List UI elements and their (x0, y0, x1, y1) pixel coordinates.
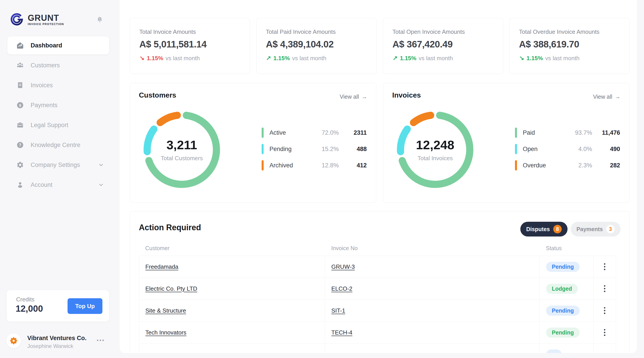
invoices-panel-title: Invoices (392, 91, 421, 99)
status-badge: Pending (546, 306, 580, 316)
customers-panel: Customers View all → 3,211 Total Custome… (130, 83, 376, 202)
invoice-no-cell (325, 343, 540, 353)
actions-cell (594, 343, 616, 353)
settings-icon (16, 161, 24, 169)
customer-link[interactable]: Tech Innovators (145, 329, 186, 336)
svg-text:?: ? (19, 143, 21, 147)
status-cell (540, 343, 594, 353)
action-required-title: Action Required (139, 223, 201, 232)
view-all-label: View all (340, 94, 359, 100)
status-badge (546, 349, 562, 353)
legend-row-overdue: Overdue2.3%282 (515, 160, 620, 171)
sidebar-item-label: Invoices (31, 82, 53, 89)
customer-link[interactable]: Site & Structure (145, 307, 186, 314)
legend-value: 412 (339, 162, 367, 169)
sidebar-item-label: Customers (31, 62, 60, 69)
credits-value: 12,000 (16, 304, 43, 314)
invoices-donut-chart: 12,248 Total Invoices (393, 107, 478, 192)
invoices-icon (16, 82, 24, 89)
sidebar-item-dashboard[interactable]: Dashboard (8, 37, 109, 54)
stat-value: A$ 388,619.70 (519, 39, 630, 50)
profile-user-name: Josephine Warwick (27, 343, 73, 349)
sidebar-item-label: Dashboard (31, 42, 62, 49)
invoice-no-cell: SIT-1 (325, 300, 540, 321)
status-badge: Pending (546, 327, 580, 338)
customers-view-all-link[interactable]: View all → (340, 94, 367, 100)
invoices-legend: Paid93.7%11,476Open4.0%490Overdue2.3%282 (515, 127, 620, 176)
legend-value: 282 (592, 162, 620, 169)
stat-title: Total Open Invoice Amounts (392, 29, 503, 35)
sidebar-item-label: Account (31, 181, 52, 188)
top-up-button[interactable]: Top Up (68, 298, 102, 314)
legend-percent: 72.0% (322, 129, 339, 136)
customer-link[interactable]: Freedamada (145, 263, 178, 270)
sidebar-item-knowledge-centre[interactable]: ?Knowledge Centre (8, 136, 109, 154)
customers-total-value: 3,211 (166, 138, 197, 152)
legend-percent: 93.7% (575, 129, 592, 136)
brand-tagline: INVOICE PROTECTION (28, 23, 64, 26)
tab-count-badge: 3 (606, 225, 615, 233)
kebab-menu-icon[interactable] (604, 285, 606, 292)
more-options-icon[interactable] (96, 338, 104, 342)
invoice-link[interactable]: ELCO-2 (332, 285, 352, 292)
legend-color-bar (515, 160, 517, 171)
trend-percent: 1.15% (526, 55, 543, 62)
trend-caption: vs last month (418, 55, 453, 62)
sidebar-item-company-settings[interactable]: Company Settings (8, 156, 109, 174)
tab-label: Payments (576, 226, 603, 232)
trend-caption: vs last month (545, 55, 580, 62)
legend-color-bar (515, 144, 517, 154)
trend-up-icon: ↗ (266, 55, 271, 62)
sidebar-item-payments[interactable]: $Payments (8, 96, 109, 114)
chevron-down-icon (98, 162, 104, 168)
legend-color-bar (262, 144, 264, 154)
sidebar-item-account[interactable]: Account (8, 176, 109, 194)
customer-link[interactable]: Electric Co. Pty LTD (145, 285, 197, 292)
customers-panel-title: Customers (139, 91, 176, 99)
legend-value: 490 (592, 146, 620, 153)
stat-card-3: Total Overdue Invoice AmountsA$ 388,619.… (510, 18, 630, 74)
actions-cell (594, 300, 616, 321)
arrow-right-icon: → (615, 94, 620, 100)
grunt-logo-icon (10, 12, 24, 27)
sidebar-item-invoices[interactable]: Invoices (8, 76, 109, 94)
action-table-wrap: CustomerInvoice NoStatus FreedamadaGRUW-… (139, 241, 616, 353)
invoice-no-cell: GRUW-3 (325, 256, 540, 278)
kebab-menu-icon[interactable] (604, 307, 606, 314)
chevron-down-icon (98, 182, 104, 187)
legend-label: Open (523, 146, 538, 153)
trend-up-icon: ↗ (392, 55, 398, 62)
invoice-link[interactable]: SIT-1 (332, 307, 345, 314)
legend-label: Archived (270, 162, 293, 169)
legend-color-bar (262, 128, 264, 138)
stat-title: Total Paid Invoice Amounts (266, 29, 376, 35)
sidebar-item-customers[interactable]: Customers (8, 56, 109, 74)
kebab-menu-icon[interactable] (604, 329, 606, 336)
invoice-link[interactable]: GRUW-3 (332, 263, 355, 270)
credits-card: Credits 12,000 Top Up (7, 290, 109, 321)
main-content: Total Invoice AmountsA$ 5,011,581.14↘1.1… (120, 0, 637, 353)
tab-disputes[interactable]: Disputes8 (520, 222, 568, 236)
profile-row[interactable]: Vibrant Ventures Co. Josephine Warwick (0, 331, 120, 351)
invoice-link[interactable]: TECH-4 (332, 329, 352, 336)
stat-card-0: Total Invoice AmountsA$ 5,011,581.14↘1.1… (130, 18, 250, 74)
view-all-label: View all (593, 94, 612, 100)
chart-panels-row: Customers View all → 3,211 Total Custome… (130, 83, 630, 202)
stat-title: Total Overdue Invoice Amounts (519, 29, 630, 35)
tab-payments[interactable]: Payments3 (571, 222, 620, 236)
status-cell: Pending (540, 300, 594, 321)
trend-down-icon: ↘ (519, 55, 524, 62)
notifications-bell-icon[interactable] (96, 16, 103, 23)
trend-percent: 1.15% (273, 55, 290, 62)
column-header-status: Status (540, 241, 594, 256)
credits-label: Credits (16, 296, 34, 303)
customers-total-label: Total Customers (161, 155, 203, 162)
legal-icon (16, 121, 24, 129)
account-icon (16, 181, 24, 189)
legend-value: 11,476 (592, 129, 620, 136)
knowledge-icon: ? (16, 141, 24, 149)
sidebar-item-legal-support[interactable]: Legal Support (8, 116, 109, 134)
arrow-right-icon: → (362, 94, 367, 100)
kebab-menu-icon[interactable] (604, 263, 606, 270)
invoices-view-all-link[interactable]: View all → (593, 94, 620, 100)
